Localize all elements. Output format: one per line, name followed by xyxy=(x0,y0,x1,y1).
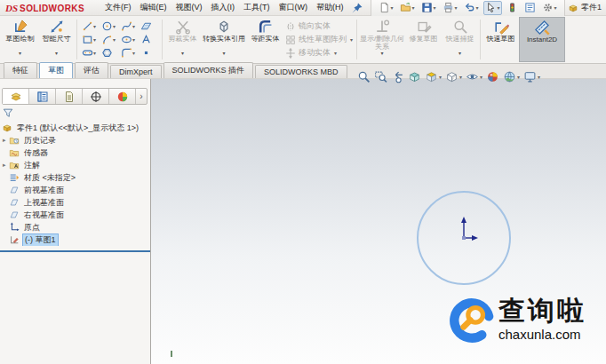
sketch-sketch-fillet-button[interactable]: ▾ xyxy=(120,47,139,59)
new-document-button[interactable]: ▾ xyxy=(377,1,395,15)
ribbon-convert-entities-button[interactable]: 转换实体引用▾ xyxy=(201,17,247,62)
menu-item-3[interactable]: 插入(I) xyxy=(211,2,235,13)
menu-item-0[interactable]: 文件(F) xyxy=(105,2,132,13)
tree-item-3[interactable]: 材质 <未指定> xyxy=(0,171,150,184)
configurationmanager-tab[interactable] xyxy=(56,89,83,104)
sketch-text-button[interactable] xyxy=(140,34,158,45)
menu-item-4[interactable]: 工具(T) xyxy=(243,2,270,13)
open-document-button[interactable]: ▾ xyxy=(398,1,417,15)
ribbon-rapid-sketch-button[interactable]: 快速草图 xyxy=(482,17,519,62)
edit-appearance-button[interactable] xyxy=(486,70,499,83)
tree-root-part[interactable]: 零件1 (默认<<默认>_显示状态 1>) xyxy=(0,122,150,134)
ribbon-move-entities-button[interactable]: 移动实体▾ xyxy=(285,47,353,59)
dropdown-arrow-icon[interactable]: ▾ xyxy=(480,74,482,80)
ribbon-repair-sketch-button[interactable]: 修复草图 xyxy=(405,17,442,62)
dropdown-arrow-icon[interactable]: ▾ xyxy=(132,36,138,43)
dropdown-arrow-icon[interactable]: ▾ xyxy=(222,51,225,57)
dropdown-arrow-icon[interactable]: ▾ xyxy=(132,23,138,29)
dropdown-arrow-icon[interactable]: ▾ xyxy=(381,51,384,57)
tree-item-5[interactable]: 上视基准面 xyxy=(0,196,150,209)
displaymanager-tab[interactable] xyxy=(109,89,136,104)
dropdown-arrow-icon[interactable]: ▾ xyxy=(455,4,458,11)
tree-item-0[interactable]: ▸历史记录 xyxy=(0,134,150,146)
undo-button[interactable]: ▾ xyxy=(462,1,481,15)
dropdown-arrow-icon[interactable]: ▾ xyxy=(55,51,58,57)
menu-item-1[interactable]: 编辑(E) xyxy=(140,2,167,13)
dropdown-arrow-icon[interactable]: ▾ xyxy=(538,74,540,80)
tree-item-4[interactable]: 前视基准面 xyxy=(0,184,150,196)
dimxpertmanager-tab[interactable] xyxy=(83,89,109,104)
featuremanager-tree-tab[interactable] xyxy=(3,89,29,104)
sketch-point-button[interactable] xyxy=(140,47,158,59)
ribbon-display-relations-button[interactable]: 显示/删除几何关系▾ xyxy=(359,17,405,62)
zoom-to-area-button[interactable] xyxy=(374,70,387,83)
view-settings-button[interactable]: ▾ xyxy=(523,70,540,83)
dropdown-arrow-icon[interactable]: ▾ xyxy=(181,51,184,57)
save-button[interactable]: ▾ xyxy=(419,1,438,15)
sketch-corner-rectangle-button[interactable]: ▾ xyxy=(81,34,100,45)
sketch-polygon-button[interactable] xyxy=(100,47,119,59)
section-view-button[interactable] xyxy=(408,70,421,83)
panel-splitter[interactable] xyxy=(0,250,150,252)
display-style-button[interactable]: ▾ xyxy=(445,70,462,83)
dropdown-arrow-icon[interactable]: ▾ xyxy=(439,74,442,80)
menu-item-5[interactable]: 窗口(W) xyxy=(279,2,308,13)
sketch-arc-button[interactable]: ▾ xyxy=(100,34,119,45)
tree-item-6[interactable]: 右视基准面 xyxy=(0,209,150,221)
dropdown-arrow-icon[interactable]: ▾ xyxy=(350,36,353,43)
tree-item-8[interactable]: (-) 草图1 xyxy=(0,233,150,246)
propertymanager-tab[interactable] xyxy=(29,89,56,104)
tree-item-7[interactable]: 原点 xyxy=(0,221,150,233)
filter-funnel-icon[interactable] xyxy=(3,107,13,118)
tree-item-1[interactable]: 传感器 xyxy=(0,146,150,159)
ribbon-linear-pattern-button[interactable]: 线性草图阵列▾ xyxy=(285,34,353,45)
dropdown-arrow-icon[interactable]: ▾ xyxy=(93,36,99,43)
expand-arrow-icon[interactable]: ▸ xyxy=(3,137,9,144)
select-button[interactable]: ▾ xyxy=(483,1,502,15)
menu-item-2[interactable]: 视图(V) xyxy=(176,2,203,13)
zoom-to-fit-button[interactable] xyxy=(357,70,371,83)
origin-triad-icon[interactable] xyxy=(461,217,478,241)
view-orientation-button[interactable]: ▾ xyxy=(425,70,442,83)
dropdown-arrow-icon[interactable]: ▾ xyxy=(412,4,415,11)
panel-expand-chevron-icon[interactable]: › xyxy=(136,91,147,101)
commandmanager-tab-3[interactable]: DimXpert xyxy=(110,65,162,78)
dropdown-arrow-icon[interactable]: ▾ xyxy=(459,74,462,80)
commandmanager-tab-4[interactable]: SOLIDWORKS 插件 xyxy=(163,62,254,78)
dropdown-arrow-icon[interactable]: ▾ xyxy=(554,4,557,11)
dropdown-arrow-icon[interactable]: ▾ xyxy=(476,4,479,11)
sketch-ellipse-button[interactable]: ▾ xyxy=(120,34,139,45)
dropdown-arrow-icon[interactable]: ▾ xyxy=(132,50,138,56)
print-button[interactable]: ▾ xyxy=(441,1,459,15)
sketch-plane3d-button[interactable] xyxy=(140,20,158,32)
tree-item-2[interactable]: ▸注解 xyxy=(0,159,150,171)
ribbon-quick-snaps-button[interactable]: 快速捕捉▾ xyxy=(442,17,478,62)
commandmanager-tab-1[interactable]: 草图 xyxy=(39,62,73,78)
dropdown-arrow-icon[interactable]: ▾ xyxy=(434,4,436,11)
dropdown-arrow-icon[interactable]: ▾ xyxy=(113,36,118,43)
pin-icon[interactable] xyxy=(351,2,363,14)
ribbon-instant2d-button[interactable]: Instant2D xyxy=(519,17,565,62)
ribbon-trim-entities-button[interactable]: 剪裁实体▾ xyxy=(164,17,201,62)
file-properties-button[interactable] xyxy=(522,1,538,15)
commandmanager-tab-0[interactable]: 特征 xyxy=(4,62,37,78)
previous-view-button[interactable] xyxy=(391,70,404,83)
commandmanager-tab-2[interactable]: 评估 xyxy=(75,62,108,78)
expand-arrow-icon[interactable]: ▸ xyxy=(3,162,9,169)
dropdown-arrow-icon[interactable]: ▾ xyxy=(19,51,21,57)
dropdown-arrow-icon[interactable]: ▾ xyxy=(498,4,500,11)
sketch-slot-button[interactable]: ▾ xyxy=(81,47,100,59)
menu-item-6[interactable]: 帮助(H) xyxy=(316,2,344,13)
options-button[interactable]: ▾ xyxy=(540,1,559,15)
sketch-circle-button[interactable]: ▾ xyxy=(100,20,119,32)
ribbon-offset-entities-button[interactable]: 等距实体 xyxy=(247,17,283,62)
dropdown-arrow-icon[interactable]: ▾ xyxy=(391,4,394,11)
commandmanager-tab-5[interactable]: SOLIDWORKS MBD xyxy=(255,65,347,78)
dropdown-arrow-icon[interactable]: ▾ xyxy=(113,23,118,29)
dropdown-arrow-icon[interactable]: ▾ xyxy=(334,50,337,56)
dropdown-arrow-icon[interactable]: ▾ xyxy=(458,51,461,57)
hide-show-items-button[interactable]: ▾ xyxy=(466,70,482,83)
dropdown-arrow-icon[interactable]: ▾ xyxy=(517,74,520,80)
ribbon-smart-dimension-button[interactable]: 智能尺寸▾ xyxy=(38,17,75,62)
sketch-line-button[interactable]: ▾ xyxy=(81,20,100,32)
